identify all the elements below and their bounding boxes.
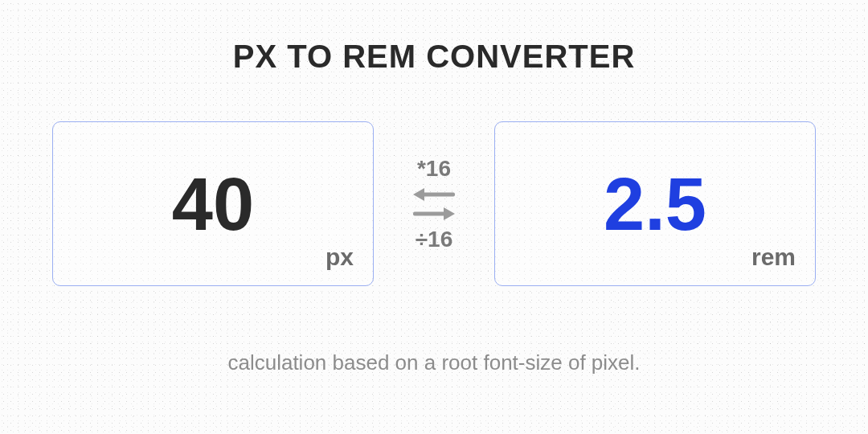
footnote-text: calculation based on a root font-size of… xyxy=(227,350,640,375)
arrow-right-icon xyxy=(413,207,455,220)
rem-unit-label: rem xyxy=(751,244,796,271)
arrow-left-icon xyxy=(413,188,455,201)
px-value: 40 xyxy=(172,167,254,241)
page-title: PX TO REM CONVERTER xyxy=(233,39,636,75)
px-input-card[interactable]: 40 px xyxy=(52,121,374,286)
multiply-operator: *16 xyxy=(417,156,451,182)
rem-value: 2.5 xyxy=(604,167,706,241)
rem-output-card[interactable]: 2.5 rem xyxy=(494,121,816,286)
conversion-operators: *16 ÷16 xyxy=(398,156,470,252)
px-unit-label: px xyxy=(326,244,354,271)
converter-row: 40 px *16 ÷16 2.5 rem xyxy=(45,121,823,286)
divide-operator: ÷16 xyxy=(416,227,453,252)
